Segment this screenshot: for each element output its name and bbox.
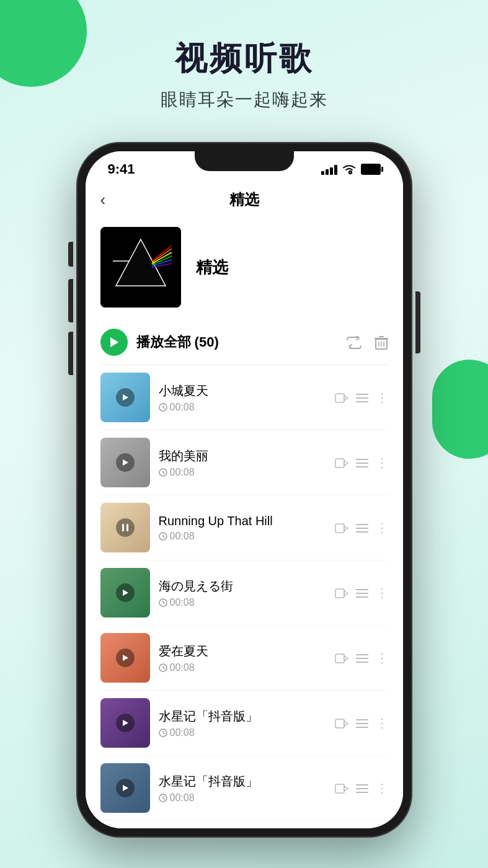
thumb-play-icon xyxy=(122,394,128,401)
song-title: 爱在夏天 xyxy=(159,643,326,660)
song-more-icon[interactable]: ⋮ xyxy=(376,520,388,535)
clock-icon xyxy=(159,468,167,477)
song-item[interactable]: 我的美丽 00:08 ⋮ xyxy=(100,430,388,495)
repeat-icon[interactable] xyxy=(346,334,362,350)
status-time: 9:41 xyxy=(108,161,135,177)
playlist-header: 精选 xyxy=(100,217,388,320)
thumb-play-icon xyxy=(122,589,128,596)
song-item[interactable]: 海の見える街 00:08 ⋮ xyxy=(100,560,388,626)
song-duration: 00:08 xyxy=(159,597,326,608)
song-thumbnail xyxy=(100,503,150,552)
svg-marker-72 xyxy=(123,785,128,791)
song-menu-icon[interactable] xyxy=(356,456,368,470)
song-item[interactable]: 小城夏天 00:08 ⋮ xyxy=(100,365,388,430)
menu-svg xyxy=(356,653,368,663)
song-duration: 00:08 xyxy=(159,531,326,542)
song-more-icon[interactable]: ⋮ xyxy=(376,390,388,405)
svg-rect-49 xyxy=(335,589,344,598)
trash-svg xyxy=(375,335,388,350)
repeat-svg xyxy=(346,336,362,350)
thumb-play-overlay xyxy=(116,453,135,472)
phone-screen: 9:41 ‹ xyxy=(86,151,403,828)
song-actions: ⋮ xyxy=(335,520,388,535)
song-item[interactable]: 爱在夏天 00:08 ⋮ xyxy=(100,626,388,691)
svg-rect-30 xyxy=(335,459,344,467)
delete-icon[interactable] xyxy=(375,334,388,350)
nav-title: 精选 xyxy=(229,190,259,210)
svg-marker-17 xyxy=(123,394,128,401)
song-item[interactable]: 水星记「抖音版」 00:08 ⋮ xyxy=(100,691,388,756)
song-info: 水星记「抖音版」 00:08 xyxy=(159,708,326,738)
video-svg xyxy=(335,523,348,534)
svg-rect-76 xyxy=(335,784,344,793)
song-menu-icon[interactable] xyxy=(356,521,368,535)
song-duration: 00:08 xyxy=(159,467,326,478)
song-video-icon[interactable] xyxy=(335,716,348,730)
song-thumbnail xyxy=(100,698,150,748)
song-video-icon[interactable] xyxy=(335,391,348,405)
thumb-play-icon xyxy=(122,719,128,727)
thumb-play-overlay xyxy=(116,714,135,732)
song-menu-icon[interactable] xyxy=(356,781,368,795)
song-thumbnail xyxy=(100,633,150,683)
song-video-icon[interactable] xyxy=(335,651,348,665)
svg-rect-40 xyxy=(335,524,344,533)
song-duration: 00:08 xyxy=(159,792,326,804)
svg-marker-26 xyxy=(123,459,128,466)
playlist-name: 精选 xyxy=(196,257,228,278)
side-button-volume-up xyxy=(68,279,73,322)
video-svg xyxy=(335,783,348,794)
svg-line-29 xyxy=(163,472,165,474)
play-all-label: 播放全部 (50) xyxy=(136,333,219,352)
thumb-play-overlay xyxy=(116,388,135,407)
svg-line-66 xyxy=(163,733,165,734)
play-all-row[interactable]: 播放全部 (50) xyxy=(100,320,388,365)
song-item[interactable]: 水星记「抖音版」 00:08 ⋮ xyxy=(100,756,388,821)
svg-rect-21 xyxy=(335,394,344,402)
clock-icon xyxy=(159,403,167,412)
song-video-icon[interactable] xyxy=(335,521,348,535)
battery-icon xyxy=(361,164,381,175)
svg-marker-63 xyxy=(123,720,128,726)
svg-marker-54 xyxy=(123,655,128,661)
song-title: Running Up That Hill xyxy=(159,514,326,528)
bg-decoration-circle-right xyxy=(432,360,488,459)
song-more-icon[interactable]: ⋮ xyxy=(376,455,388,470)
song-thumbnail xyxy=(100,438,150,487)
song-video-icon[interactable] xyxy=(335,781,348,795)
song-menu-icon[interactable] xyxy=(356,586,368,600)
back-button[interactable]: ‹ xyxy=(100,190,106,210)
video-svg xyxy=(335,458,348,469)
song-more-icon[interactable]: ⋮ xyxy=(376,585,388,600)
menu-svg xyxy=(356,523,368,533)
song-info: 海の見える街 00:08 xyxy=(159,578,326,608)
phone-outer: 9:41 ‹ xyxy=(77,143,412,837)
play-all-actions xyxy=(346,334,388,350)
song-menu-icon[interactable] xyxy=(356,651,368,665)
song-info: 水星记「抖音版」 00:08 xyxy=(159,773,326,804)
side-button-volume-down xyxy=(68,332,73,375)
song-duration: 00:08 xyxy=(159,727,326,738)
song-info: 我的美丽 00:08 xyxy=(159,448,326,478)
song-menu-icon[interactable] xyxy=(356,716,368,730)
song-video-icon[interactable] xyxy=(335,456,348,470)
clock-icon xyxy=(159,794,167,802)
sub-title: 眼睛耳朵一起嗨起来 xyxy=(0,88,488,112)
thumb-play-overlay xyxy=(116,779,135,797)
video-svg xyxy=(335,653,348,664)
song-menu-icon[interactable] xyxy=(356,391,368,405)
svg-marker-45 xyxy=(123,590,128,596)
song-item-playing[interactable]: Running Up That Hill 00:08 ⋮ xyxy=(100,495,388,560)
svg-line-48 xyxy=(163,603,165,604)
song-more-icon[interactable]: ⋮ xyxy=(376,781,388,795)
song-more-icon[interactable]: ⋮ xyxy=(376,715,388,730)
play-all-button[interactable] xyxy=(100,329,128,356)
thumb-pause-icon xyxy=(122,523,129,532)
clock-icon xyxy=(159,663,167,672)
play-icon xyxy=(109,337,119,348)
song-duration: 00:08 xyxy=(159,662,326,673)
song-video-icon[interactable] xyxy=(335,586,348,600)
thumb-play-icon xyxy=(122,459,128,466)
song-more-icon[interactable]: ⋮ xyxy=(376,650,388,665)
song-actions: ⋮ xyxy=(335,390,388,405)
